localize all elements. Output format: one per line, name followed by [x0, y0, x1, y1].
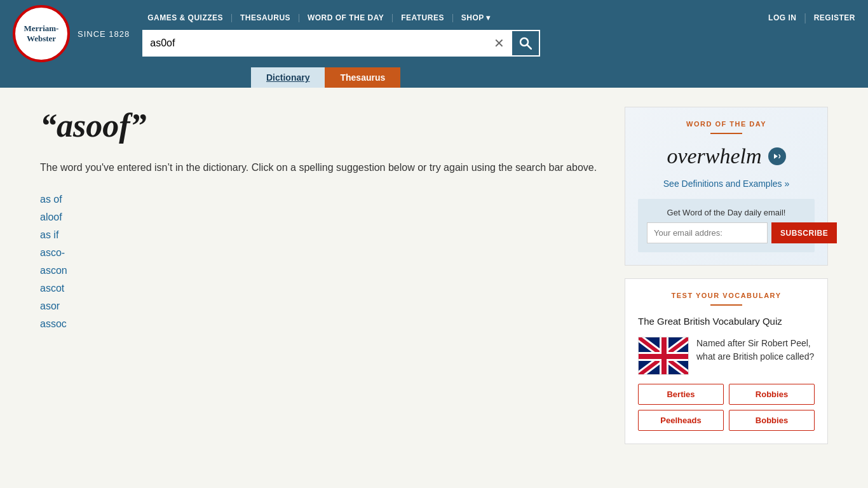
- flag-svg: [639, 337, 689, 375]
- search-clear-icon[interactable]: ✕: [487, 36, 511, 51]
- not-found-text: The word you've entered isn’t in the dic…: [40, 159, 606, 176]
- answer-bobbies[interactable]: Bobbies: [729, 410, 815, 431]
- suggestion-link[interactable]: asco-: [40, 247, 65, 258]
- suggestion-link[interactable]: ascot: [40, 283, 64, 294]
- vocab-title: The Great British Vocabulary Quiz: [638, 315, 815, 328]
- sidebar: WORD OF THE DAY overwhelm See Definition…: [625, 107, 828, 444]
- auth-sep: |: [804, 12, 806, 24]
- vocab-card: TEST YOUR VOCABULARY The Great British V…: [625, 278, 828, 444]
- vocab-label: TEST YOUR VOCABULARY: [638, 292, 815, 299]
- nav-shop[interactable]: SHOP ▾: [456, 11, 496, 25]
- nav-sep-3: |: [391, 13, 393, 23]
- suggestion-link[interactable]: asor: [40, 301, 60, 311]
- answer-berties[interactable]: Berties: [638, 384, 724, 405]
- suggestion-link[interactable]: ascon: [40, 265, 67, 276]
- word-title: “asoof”: [40, 107, 606, 144]
- search-container: ✕: [142, 30, 511, 57]
- svg-marker-2: [774, 154, 778, 159]
- nav-sep-2: |: [298, 13, 300, 23]
- answer-robbies[interactable]: Robbies: [729, 384, 815, 405]
- logo-text: Merriam-Webster: [24, 24, 59, 43]
- nav-right: LOG IN | REGISTER: [768, 12, 855, 24]
- login-link[interactable]: LOG IN: [768, 13, 796, 22]
- wotd-email-label: Get Word of the Day daily email!: [647, 208, 806, 217]
- list-item: asor: [40, 301, 606, 312]
- list-item: as of: [40, 194, 606, 205]
- wotd-divider: [710, 133, 742, 134]
- tab-bar: Dictionary Thesaurus: [0, 67, 868, 88]
- vocab-answers: Berties Robbies Peelheads Bobbies: [638, 384, 815, 431]
- list-item: asco-: [40, 247, 606, 259]
- list-item: as if: [40, 229, 606, 241]
- list-item: ascon: [40, 265, 606, 276]
- suggestion-link[interactable]: as of: [40, 194, 62, 205]
- nav-links: GAMES & QUIZZES | THESAURUS | WORD OF TH…: [142, 11, 496, 25]
- email-row: SUBSCRIBE: [647, 222, 806, 243]
- wotd-label: WORD OF THE DAY: [638, 120, 815, 128]
- answer-peelheads[interactable]: Peelheads: [638, 410, 724, 431]
- email-input[interactable]: [647, 222, 768, 243]
- wotd-word-row: overwhelm: [638, 144, 815, 168]
- uk-flag-image: [638, 337, 689, 375]
- register-link[interactable]: REGISTER: [814, 13, 855, 22]
- nav-top: GAMES & QUIZZES | THESAURUS | WORD OF TH…: [142, 11, 855, 25]
- header: Merriam-Webster SINCE 1828 GAMES & QUIZZ…: [0, 0, 868, 88]
- logo-area: Merriam-Webster SINCE 1828: [13, 5, 130, 62]
- search-icon: [519, 37, 532, 50]
- nav-thesaurus[interactable]: THESAURUS: [235, 11, 295, 25]
- wotd-audio-button[interactable]: [768, 147, 786, 165]
- nav-area: GAMES & QUIZZES | THESAURUS | WORD OF TH…: [142, 11, 855, 57]
- search-button[interactable]: [511, 30, 540, 57]
- svg-line-1: [527, 45, 531, 49]
- nav-games[interactable]: GAMES & QUIZZES: [142, 11, 228, 25]
- search-input[interactable]: [142, 30, 487, 57]
- audio-icon: [773, 152, 782, 161]
- logo[interactable]: Merriam-Webster: [13, 5, 70, 62]
- suggestion-link[interactable]: aloof: [40, 212, 62, 222]
- header-top: Merriam-Webster SINCE 1828 GAMES & QUIZZ…: [0, 0, 868, 67]
- nav-features[interactable]: FEATURES: [396, 11, 449, 25]
- vocab-image-row: Named after Sir Robert Peel, what are Br…: [638, 337, 815, 375]
- subscribe-button[interactable]: SUBSCRIBE: [771, 222, 837, 243]
- list-item: aloof: [40, 212, 606, 223]
- tab-dictionary[interactable]: Dictionary: [251, 67, 325, 88]
- svg-rect-11: [639, 354, 689, 359]
- wotd-see-more-link[interactable]: See Definitions and Examples »: [638, 179, 815, 189]
- list-item: assoc: [40, 318, 606, 330]
- vocab-question: Named after Sir Robert Peel, what are Br…: [696, 337, 815, 363]
- list-item: ascot: [40, 283, 606, 294]
- uk-flag: [639, 337, 688, 374]
- tab-thesaurus[interactable]: Thesaurus: [325, 67, 400, 88]
- suggestion-link[interactable]: assoc: [40, 318, 67, 329]
- main-content: “asoof” The word you've entered isn’t in…: [27, 88, 841, 463]
- search-row: ✕: [142, 30, 855, 57]
- since-text: SINCE 1828: [78, 29, 130, 39]
- suggestions-list: as of aloof as if asco- ascon ascot asor…: [40, 194, 606, 330]
- nav-sep-1: |: [231, 13, 233, 23]
- wotd-word: overwhelm: [667, 144, 761, 168]
- vocab-divider: [710, 304, 742, 306]
- nav-wotd[interactable]: WORD OF THE DAY: [302, 11, 389, 25]
- content-area: “asoof” The word you've entered isn’t in…: [40, 107, 606, 444]
- nav-sep-4: |: [452, 13, 454, 23]
- suggestion-link[interactable]: as if: [40, 229, 58, 240]
- wotd-email-section: Get Word of the Day daily email! SUBSCRI…: [638, 199, 815, 252]
- wotd-card: WORD OF THE DAY overwhelm See Definition…: [625, 107, 828, 266]
